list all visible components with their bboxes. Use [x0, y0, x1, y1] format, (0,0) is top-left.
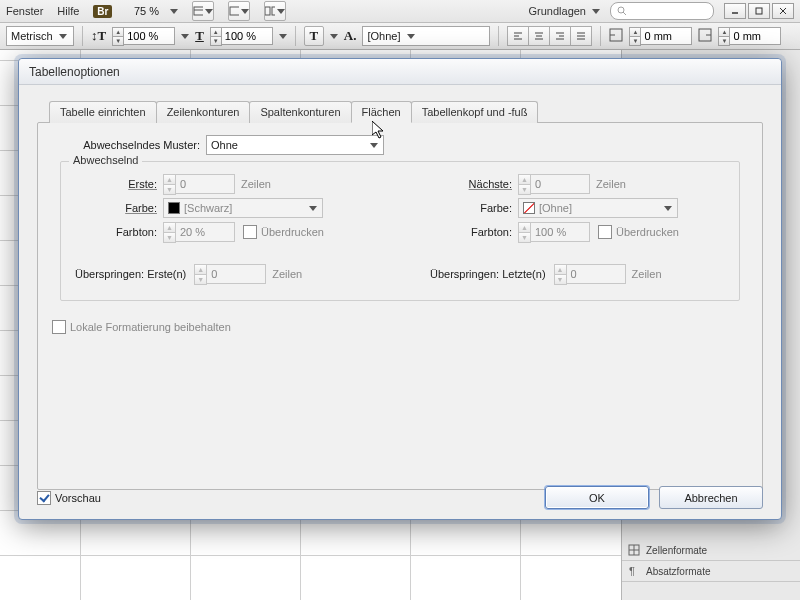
chevron-down-icon	[59, 34, 67, 39]
ueberdrucken-left-checkbox[interactable]	[243, 225, 257, 239]
naechste-unit: Zeilen	[596, 178, 626, 190]
arrange-button[interactable]	[264, 1, 286, 21]
svg-line-6	[623, 12, 626, 15]
app-menu-bar: Fenster Hilfe Br 75 % Grundlagen	[0, 0, 800, 23]
inset-right-icon	[698, 28, 712, 44]
cell-styles-icon	[628, 544, 640, 556]
control-bar: Metrisch ↕T ▲▼ T ▲▼ T A. [Ohne] ▲▼ ▲▼	[0, 23, 800, 50]
farbe-right-label: Farbe:	[430, 202, 518, 214]
farbe-right-dropdown[interactable]: [Ohne]	[518, 198, 678, 218]
table-options-dialog: Tabellenoptionen Tabelle einrichten Zeil…	[18, 58, 782, 520]
screen-mode-button[interactable]	[228, 1, 250, 21]
inset-left-field[interactable]: ▲▼	[629, 27, 692, 46]
preserve-local-checkbox[interactable]	[52, 320, 66, 334]
skip-last-spinner[interactable]: ▲▼0	[554, 264, 626, 285]
tab-zeilenkonturen[interactable]: Zeilenkonturen	[156, 101, 251, 123]
farbton-left-label: Farbton:	[75, 226, 163, 238]
zoom-dropdown[interactable]: 75 %	[126, 5, 178, 17]
chevron-down-icon	[241, 9, 249, 14]
chevron-down-icon	[330, 34, 338, 39]
tab-tabellenkopf-fuss[interactable]: Tabellenkopf und -fuß	[411, 101, 539, 123]
minimize-button[interactable]	[724, 3, 746, 19]
svg-rect-3	[265, 7, 270, 15]
char-style-icon: A.	[344, 28, 357, 44]
svg-rect-2	[230, 7, 239, 15]
erste-label: Erste:	[75, 178, 163, 190]
skip-first-spinner[interactable]: ▲▼0	[194, 264, 266, 285]
skip-last-label: Überspringen: Letzte(n)	[430, 268, 554, 280]
alternating-next-column: Nächste: ▲▼0 Zeilen Farbe: [Ohne] Farbto…	[430, 172, 725, 244]
inset-right-field[interactable]: ▲▼	[718, 27, 781, 46]
vertical-scale-icon: T	[195, 28, 204, 44]
char-style-dropdown[interactable]: [Ohne]	[362, 26, 490, 46]
align-right-button[interactable]	[549, 26, 570, 46]
erste-unit: Zeilen	[241, 178, 271, 190]
panel-zellenformate[interactable]: Zellenformate	[622, 540, 800, 561]
chevron-down-icon	[279, 34, 287, 39]
chevron-down-icon	[277, 9, 285, 14]
farbe-left-label: Farbe:	[75, 202, 163, 214]
tab-pane-flaechen: Abwechselndes Muster: Ohne Abwechselnd E…	[37, 122, 763, 490]
bridge-button[interactable]: Br	[93, 5, 112, 18]
ueberdrucken-right-label: Überdrucken	[616, 226, 679, 238]
chevron-down-icon	[205, 9, 213, 14]
search-input[interactable]	[610, 2, 714, 20]
menu-hilfe[interactable]: Hilfe	[57, 5, 79, 17]
svg-rect-0	[194, 7, 203, 15]
panel-absatzformate[interactable]: ¶Absatzformate	[622, 561, 800, 582]
ueberdrucken-right-checkbox[interactable]	[598, 225, 612, 239]
ueberdrucken-left-label: Überdrucken	[261, 226, 324, 238]
farbe-left-dropdown[interactable]: [Schwarz]	[163, 198, 323, 218]
erste-spinner[interactable]: ▲▼0	[163, 174, 235, 195]
align-center-button[interactable]	[528, 26, 549, 46]
group-abwechselnd: Abwechselnd Erste: ▲▼0 Zeilen Farbe: [Sc…	[60, 161, 740, 301]
naechste-label: Nächste:	[430, 178, 518, 190]
close-button[interactable]	[772, 3, 794, 19]
chevron-down-icon	[592, 9, 600, 14]
align-left-button[interactable]	[507, 26, 528, 46]
ok-button[interactable]: OK	[545, 486, 649, 509]
inset-left-icon	[609, 28, 623, 44]
menu-fenster[interactable]: Fenster	[6, 5, 43, 17]
naechste-spinner[interactable]: ▲▼0	[518, 174, 590, 195]
horizontal-scale-icon: ↕T	[91, 28, 106, 44]
maximize-button[interactable]	[748, 3, 770, 19]
svg-rect-4	[272, 7, 275, 15]
farbton-right-spinner[interactable]: ▲▼100 %	[518, 222, 590, 243]
tab-flaechen[interactable]: Flächen	[351, 101, 412, 123]
dialog-title: Tabellenoptionen	[29, 65, 120, 79]
align-justify-button[interactable]	[570, 26, 592, 46]
skip-first-unit: Zeilen	[272, 268, 302, 280]
farbton-left-spinner[interactable]: ▲▼20 %	[163, 222, 235, 243]
chevron-down-icon	[309, 206, 317, 211]
dialog-titlebar[interactable]: Tabellenoptionen	[19, 59, 781, 85]
chevron-down-icon	[181, 34, 189, 39]
tab-spaltenkonturen[interactable]: Spaltenkonturen	[249, 101, 351, 123]
align-buttons	[507, 26, 592, 46]
paragraph-styles-icon: ¶	[628, 565, 640, 577]
text-tool-icon[interactable]: T	[304, 26, 324, 46]
units-dropdown[interactable]: Metrisch	[6, 26, 74, 46]
view-options-button[interactable]	[192, 1, 214, 21]
skip-last-unit: Zeilen	[632, 268, 662, 280]
alternating-first-column: Erste: ▲▼0 Zeilen Farbe: [Schwarz] Farbt…	[75, 172, 370, 244]
svg-rect-8	[756, 8, 762, 14]
preview-label: Vorschau	[55, 492, 101, 504]
farbton-right-label: Farbton:	[430, 226, 518, 238]
preview-checkbox[interactable]	[37, 491, 51, 505]
group-title: Abwechselnd	[69, 154, 142, 166]
cancel-button[interactable]: Abbrechen	[659, 486, 763, 509]
chevron-down-icon	[370, 143, 378, 148]
chevron-down-icon	[407, 34, 415, 39]
chevron-down-icon	[664, 206, 672, 211]
scale-v-field[interactable]: ▲▼	[210, 27, 273, 46]
pattern-dropdown[interactable]: Ohne	[206, 135, 384, 155]
skip-first-label: Überspringen: Erste(n)	[75, 268, 194, 280]
window-controls	[724, 3, 794, 19]
pattern-label: Abwechselndes Muster:	[60, 139, 206, 151]
tab-tabelle-einrichten[interactable]: Tabelle einrichten	[49, 101, 157, 123]
workspace-dropdown[interactable]: Grundlagen	[529, 5, 601, 17]
preserve-local-label: Lokale Formatierung beibehalten	[70, 321, 231, 333]
scale-h-field[interactable]: ▲▼	[112, 27, 175, 46]
chevron-down-icon	[170, 9, 178, 14]
